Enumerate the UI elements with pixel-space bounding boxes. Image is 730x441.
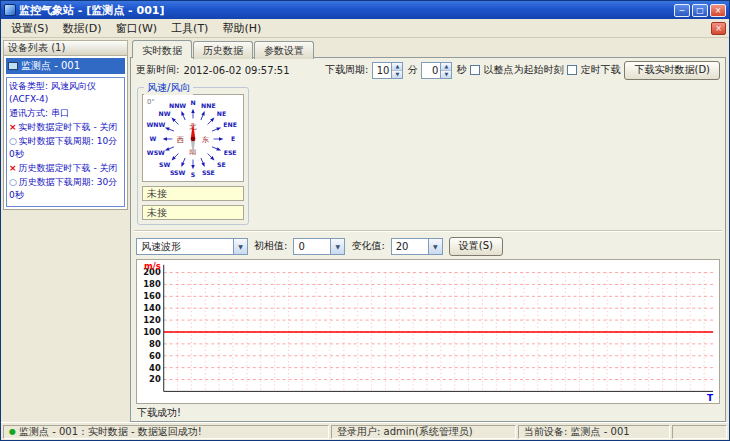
- device-info-box: 设备类型: 风速风向仪 (ACFX-4) 通讯方式: 串口 ×实时数据定时下载 …: [6, 77, 125, 207]
- device-icon: [8, 62, 18, 70]
- waveform-controls: 风速波形 ▼ 初相值: 0 ▼ 变化值: 20 ▼ 设置(S): [131, 234, 725, 258]
- wind-speed-value: 未接: [142, 186, 244, 201]
- device-name: 监测点 - 001: [21, 59, 80, 73]
- sidebar-header: 设备列表 (1): [3, 40, 128, 56]
- svg-text:E: E: [231, 135, 235, 142]
- minimize-button[interactable]: ─: [674, 4, 690, 17]
- tab-parameter-settings[interactable]: 参数设置: [254, 41, 314, 59]
- info-device-type: 设备类型: 风速风向仪 (ACFX-4): [9, 80, 122, 106]
- svg-text:SSW: SSW: [170, 169, 186, 176]
- phase-select[interactable]: 0 ▼: [293, 238, 345, 255]
- svg-text:SW: SW: [159, 161, 170, 168]
- spin-up-icon[interactable]: ▲: [392, 63, 402, 71]
- seconds-spinner[interactable]: 0 ▲ ▼: [421, 62, 452, 79]
- error-mark-icon: ×: [9, 163, 17, 173]
- minutes-unit-label: 分: [407, 63, 417, 77]
- svg-text:140: 140: [143, 303, 161, 313]
- phase-label: 初相值:: [254, 239, 287, 253]
- chevron-down-icon[interactable]: ▼: [330, 239, 344, 254]
- info-comm-mode: 通讯方式: 串口: [9, 107, 122, 120]
- svg-text:WSW: WSW: [147, 149, 165, 156]
- whole-hour-checkbox-label: 以整点为起始时刻: [483, 63, 563, 77]
- tab-history-data[interactable]: 历史数据: [193, 41, 253, 59]
- svg-text:ESE: ESE: [224, 149, 237, 156]
- status-ok-icon: ●: [9, 428, 16, 436]
- download-period-label: 下载周期:: [325, 63, 368, 77]
- wind-group-title: 风速/风向: [144, 81, 193, 95]
- download-realtime-button[interactable]: 下载实时数据(D): [624, 61, 720, 80]
- statusbar-message: 监测点 - 001 : 实时数据 - 数据返回成功!: [19, 425, 202, 439]
- svg-text:160: 160: [143, 291, 161, 301]
- svg-text:120: 120: [143, 315, 161, 325]
- mdi-close-button[interactable]: ×: [711, 22, 726, 35]
- update-time-label: 更新时间:: [136, 63, 179, 77]
- svg-text:ENE: ENE: [223, 121, 237, 128]
- spin-down-icon[interactable]: ▼: [392, 71, 402, 78]
- tab-strip: 实时数据 历史数据 参数设置: [130, 40, 726, 58]
- svg-text:NNE: NNE: [201, 102, 216, 109]
- app-window: 监控气象站 - [监测点 - 001] ─ □ × 设置(S) 数据(D) 窗口…: [0, 0, 730, 441]
- radio-mark-icon: ○: [9, 136, 17, 146]
- menu-tools[interactable]: 工具(T): [164, 20, 215, 37]
- timed-download-checkbox-label: 定时下载: [580, 63, 620, 77]
- wind-direction-value: 未接: [142, 205, 244, 220]
- set-button[interactable]: 设置(S): [449, 237, 503, 256]
- seconds-value[interactable]: 0: [422, 63, 440, 78]
- restore-button[interactable]: □: [692, 4, 708, 17]
- statusbar-message-panel: ● 监测点 - 001 : 实时数据 - 数据返回成功!: [3, 425, 329, 439]
- seconds-spin-buttons: ▲ ▼: [440, 63, 451, 78]
- timed-download-checkbox[interactable]: 定时下载: [567, 63, 620, 77]
- download-status-text: 下载成功!: [131, 405, 725, 421]
- menu-data[interactable]: 数据(D): [56, 20, 109, 37]
- svg-text:S: S: [191, 171, 195, 178]
- minutes-value[interactable]: 10: [373, 63, 391, 78]
- menu-settings[interactable]: 设置(S): [4, 20, 56, 37]
- wind-speed-chart: 20406080100120140160180200m/sT: [136, 259, 720, 404]
- wind-group-box: 风速/风向 0°NNNENEENEEESESESSESSSWSWWSWWWNWN…: [137, 87, 249, 225]
- info-realtime-timed: ×实时数据定时下载 - 关闭: [9, 121, 122, 134]
- chevron-down-icon[interactable]: ▼: [233, 239, 247, 254]
- main-area: 实时数据 历史数据 参数设置 更新时间: 2012-06-02 09:57:51…: [129, 38, 729, 422]
- minutes-spinner[interactable]: 10 ▲ ▼: [372, 62, 403, 79]
- window-title: 监控气象站 - [监测点 - 001]: [19, 3, 164, 18]
- statusbar-device: 当前设备: 监测点 - 001: [518, 425, 670, 439]
- delta-label: 变化值:: [351, 239, 384, 253]
- statusbar-user: 登录用户: admin(系统管理员): [331, 425, 516, 439]
- svg-text:m/s: m/s: [144, 261, 161, 271]
- info-realtime-period: ○实时数据下载周期: 10分 0秒: [9, 135, 122, 161]
- svg-text:WNW: WNW: [146, 121, 165, 128]
- close-button[interactable]: ×: [710, 4, 726, 17]
- waveform-select[interactable]: 风速波形 ▼: [136, 238, 248, 255]
- checkbox-box[interactable]: [470, 65, 480, 75]
- tab-realtime-data[interactable]: 实时数据: [132, 40, 192, 58]
- svg-text:100: 100: [143, 327, 161, 337]
- spin-up-icon[interactable]: ▲: [441, 63, 451, 71]
- update-time-value: 2012-06-02 09:57:51: [183, 65, 289, 76]
- svg-text:80: 80: [149, 339, 161, 349]
- radio-mark-icon: ○: [9, 177, 17, 187]
- checkbox-box[interactable]: [567, 65, 577, 75]
- device-tree-item[interactable]: 监测点 - 001: [6, 58, 125, 74]
- svg-text:东: 东: [201, 135, 209, 144]
- menu-help[interactable]: 帮助(H): [215, 20, 268, 37]
- delta-select[interactable]: 20 ▼: [391, 238, 443, 255]
- seconds-unit-label: 秒: [456, 63, 466, 77]
- statusbar-grip-panel: [672, 425, 727, 439]
- window-controls: ─ □ ×: [674, 4, 726, 17]
- svg-text:40: 40: [149, 363, 161, 373]
- menu-bar: 设置(S) 数据(D) 窗口(W) 工具(T) 帮助(H) ×: [1, 19, 729, 38]
- svg-text:W: W: [149, 135, 156, 142]
- svg-text:NE: NE: [217, 110, 226, 117]
- wind-compass: 0°NNNENEENEEESESESSESSSWSWWSWWWNWNWNNW北东…: [142, 94, 244, 182]
- svg-text:SE: SE: [217, 161, 226, 168]
- app-icon: [4, 4, 16, 16]
- menu-window[interactable]: 窗口(W): [109, 20, 164, 37]
- device-panel: 监测点 - 001 设备类型: 风速风向仪 (ACFX-4) 通讯方式: 串口 …: [3, 56, 128, 210]
- chevron-down-icon[interactable]: ▼: [428, 239, 442, 254]
- device-sidebar: 设备列表 (1) 监测点 - 001 设备类型: 风速风向仪 (ACFX-4) …: [1, 38, 129, 422]
- minutes-spin-buttons: ▲ ▼: [391, 63, 402, 78]
- whole-hour-checkbox[interactable]: 以整点为起始时刻: [470, 63, 563, 77]
- realtime-tab-panel: 更新时间: 2012-06-02 09:57:51 下载周期: 10 ▲ ▼ 分…: [130, 57, 726, 422]
- spin-down-icon[interactable]: ▼: [441, 71, 451, 78]
- svg-text:180: 180: [143, 279, 161, 289]
